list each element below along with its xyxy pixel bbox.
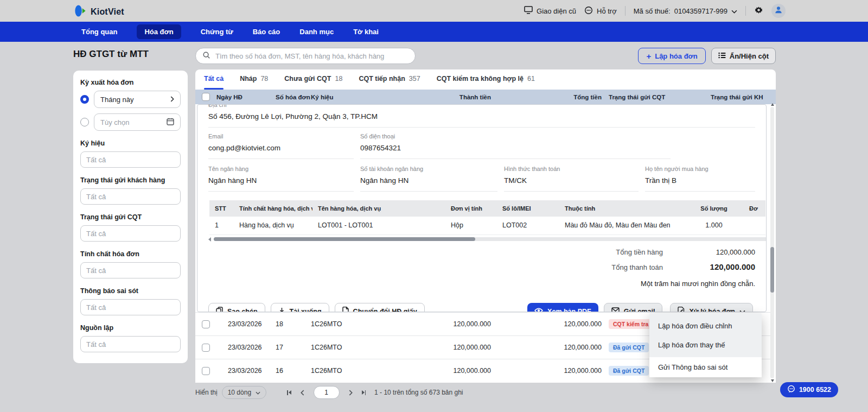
payment-method-label: Hình thức thanh toán <box>504 166 639 172</box>
chat-bubble-icon <box>584 6 593 16</box>
radio-this-month[interactable] <box>80 95 89 104</box>
filter-input-thong-bao[interactable] <box>80 299 181 315</box>
menu-item-replace-invoice[interactable]: Lập hóa đơn thay thế <box>649 335 762 354</box>
bank-account-value: Ngân hàng HN <box>360 176 497 192</box>
row-checkbox[interactable] <box>202 344 210 352</box>
nav-item-chung-tu[interactable]: Chứng từ <box>201 24 233 39</box>
gear-icon[interactable] <box>754 5 763 17</box>
download-button[interactable]: Tải xuống <box>271 303 329 312</box>
custom-period-selector[interactable]: Tùy chọn <box>94 113 181 131</box>
address-label: Địa chỉ <box>208 104 755 108</box>
chevron-down-icon <box>739 308 745 312</box>
menu-item-send-error-notice[interactable]: Gửi Thông báo sai sót <box>649 357 762 377</box>
status-badge: Đã gửi CQT <box>609 366 649 376</box>
filter-input-ky-hieu[interactable] <box>80 151 181 168</box>
line-items-table: STT Tính chất hàng hóa, dịch vụ Tên hàng… <box>209 200 765 235</box>
first-page-button[interactable] <box>287 390 291 395</box>
horizontal-scrollbar[interactable] <box>208 237 767 242</box>
col-header-trang-thai-cqt: Trạng thái gửi CQT <box>604 94 707 100</box>
toggle-columns-button[interactable]: Ẩn/Hiện cột <box>711 48 776 64</box>
prev-page-button[interactable] <box>301 390 304 396</box>
buyer-name-label: Họ tên người mua hàng <box>645 166 755 172</box>
subtotal-value: 120,000.000 <box>663 248 755 256</box>
avatar[interactable] <box>771 4 786 18</box>
line-items-header: STT Tính chất hàng hóa, dịch vụ Tên hàng… <box>209 200 765 217</box>
tab-nhap[interactable]: Nháp78 <box>240 75 268 90</box>
filter-sidebar: Kỳ xuất hóa đơn Tháng này Tùy chọn Ký hi… <box>73 71 188 363</box>
tab-chua-gui-cqt[interactable]: Chưa gửi CQT18 <box>284 75 342 90</box>
pagination-bar: Hiển thị 10 dòng 1 - 10 trên tổng số 673… <box>195 383 776 402</box>
col-header-so-hoa-don: Số hóa đơn <box>276 94 311 100</box>
bank-name-value: Ngân hàng HN <box>208 176 354 192</box>
show-label: Hiển thị <box>195 389 218 396</box>
view-pdf-button[interactable]: Xem bản PDF <box>527 303 598 312</box>
last-page-button[interactable] <box>362 390 366 395</box>
process-invoice-highlight: Xử lý hóa đơn <box>668 301 755 312</box>
filter-input-trang-thai-kh[interactable] <box>80 188 181 205</box>
person-icon <box>774 5 783 16</box>
col-header-trang-thai-kh: Trạng thái gửi KH <box>707 94 771 100</box>
create-invoice-button[interactable]: + Lập hóa đơn <box>638 48 705 64</box>
chevron-down-icon <box>731 7 737 15</box>
search-bar[interactable] <box>195 48 416 64</box>
row-checkbox[interactable] <box>202 367 210 375</box>
line-item-row: 1 Hàng hóa, dịch vụ LOT001 - LOT001 Hộp … <box>209 217 765 235</box>
chevron-right-icon <box>170 96 174 104</box>
tab-cqt-khong-hop-le[interactable]: CQT kiểm tra không hợp lệ61 <box>437 75 535 90</box>
old-ui-button[interactable]: Giao diện cũ <box>524 6 576 16</box>
tax-code-selector[interactable]: Mã số thuế: 0104359717-999 <box>634 7 737 15</box>
brand-logo[interactable]: KiotViet <box>73 4 124 20</box>
col-header-ky-hieu: Ký hiệu <box>311 94 436 100</box>
scroll-down-icon[interactable] <box>771 379 774 382</box>
convert-paper-invoice-button[interactable]: Chuyển đổi HĐ giấy <box>335 303 425 312</box>
next-page-button[interactable] <box>349 390 353 396</box>
this-month-selector[interactable]: Tháng này <box>94 91 181 108</box>
phone-value: 0987654321 <box>360 144 671 159</box>
send-email-button[interactable]: Gửi email <box>604 303 663 312</box>
support-hotline-button[interactable]: 1900 6522 <box>780 382 838 397</box>
scroll-left-icon[interactable] <box>208 237 211 242</box>
invoice-detail-panel: Địa chỉ Số 456, Đường Lê Lợi, Phường 2, … <box>197 104 767 312</box>
toggle-columns-label: Ẩn/Hiện cột <box>730 52 769 60</box>
tab-tat-ca[interactable]: Tất cả <box>204 75 224 90</box>
menu-item-adjust-invoice[interactable]: Lập hóa đơn điều chỉnh <box>649 316 762 335</box>
nav-item-hoa-don[interactable]: Hóa đơn <box>137 24 181 39</box>
select-all-checkbox[interactable] <box>202 93 210 101</box>
buyer-name-value: Trần thị B <box>645 176 755 192</box>
main-nav: Tổng quan Hóa đơn Chứng từ Báo cáo Danh … <box>0 22 868 42</box>
filter-input-tinh-chat[interactable] <box>80 262 181 278</box>
envelope-icon <box>611 307 620 312</box>
phone-label: Số điện thoại <box>360 133 671 140</box>
current-page-input[interactable] <box>314 386 340 399</box>
radio-custom-period[interactable] <box>80 118 89 126</box>
address-value: Số 456, Đường Lê Lợi, Phường 2, Quận 3, … <box>208 112 755 121</box>
nav-item-bao-cao[interactable]: Báo cáo <box>253 24 280 39</box>
search-input[interactable] <box>215 52 409 60</box>
page-size-select[interactable]: 10 dòng <box>222 386 266 399</box>
copy-button[interactable]: Sao chép <box>208 303 265 312</box>
bank-account-label: Số tài khoản ngân hàng <box>360 166 497 172</box>
eye-icon <box>534 307 543 312</box>
row-checkbox[interactable] <box>202 320 210 328</box>
email-label: Email <box>208 133 354 140</box>
grand-total-label: Tổng thanh toán <box>611 263 663 271</box>
col-header-ngay-hd: Ngày HĐ <box>216 94 276 100</box>
col-header-tong-tien: Tổng tiền <box>501 94 604 100</box>
tab-cqt-tiep-nhan[interactable]: CQT tiếp nhận357 <box>359 75 420 90</box>
records-summary: 1 - 10 trên tổng số 673 bản ghi <box>374 389 463 396</box>
vertical-scrollbar[interactable] <box>770 103 775 382</box>
hscroll-thumb[interactable] <box>214 237 475 241</box>
process-invoice-button[interactable]: Xử lý hóa đơn <box>670 303 753 312</box>
help-button[interactable]: Hỗ trợ <box>584 6 617 16</box>
filter-label-thong-bao: Thông báo sai sót <box>80 287 181 295</box>
hotline-number: 1900 6522 <box>799 386 831 394</box>
vscroll-thumb[interactable] <box>770 247 774 293</box>
filter-input-nguon-lap[interactable] <box>80 336 181 352</box>
nav-item-to-khai[interactable]: Tờ khai <box>353 24 379 39</box>
divider <box>745 6 746 16</box>
filter-input-trang-thai-cqt[interactable] <box>80 225 181 242</box>
scroll-up-icon[interactable] <box>771 103 774 106</box>
nav-item-danh-muc[interactable]: Danh mục <box>299 24 334 39</box>
nav-item-tong-quan[interactable]: Tổng quan <box>81 24 117 39</box>
status-badge: Đã gửi CQT <box>609 343 649 352</box>
